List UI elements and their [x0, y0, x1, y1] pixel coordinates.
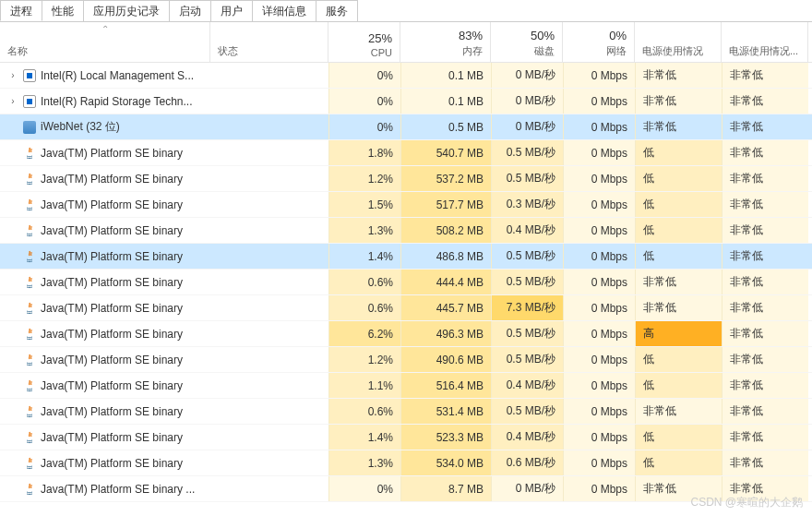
- cell-power-trend: 非常低: [722, 425, 808, 450]
- cell-disk: 0.5 MB/秒: [491, 140, 563, 165]
- process-row[interactable]: Java(TM) Platform SE binary1.4%486.8 MB0…: [0, 244, 812, 270]
- cell-cpu: 0%: [328, 89, 400, 114]
- process-name: Java(TM) Platform SE binary: [41, 198, 183, 211]
- process-row[interactable]: Java(TM) Platform SE binary0.6%531.4 MB0…: [0, 399, 812, 425]
- process-row[interactable]: iWebNet (32 位)0%0.5 MB0 MB/秒0 Mbps非常低非常低: [0, 114, 812, 140]
- cell-cpu: 1.3%: [328, 450, 400, 475]
- tab-用户[interactable]: 用户: [210, 0, 253, 21]
- process-row[interactable]: Java(TM) Platform SE binary6.2%496.3 MB0…: [0, 321, 812, 347]
- process-name: Java(TM) Platform SE binary: [41, 276, 183, 289]
- process-name: Intel(R) Rapid Storage Techn...: [41, 95, 193, 108]
- cell-memory: 516.4 MB: [400, 373, 491, 398]
- process-name: Java(TM) Platform SE binary: [41, 431, 183, 444]
- header-pwr-label: 电源使用情况: [642, 42, 713, 58]
- header-status[interactable]: 状态: [210, 22, 328, 62]
- process-name: Java(TM) Platform SE binary: [41, 405, 183, 418]
- java-icon: [22, 327, 37, 342]
- cell-status: [210, 295, 328, 320]
- process-row[interactable]: Java(TM) Platform SE binary0.6%444.4 MB0…: [0, 270, 812, 295]
- tab-服务[interactable]: 服务: [316, 0, 358, 21]
- cell-power: 低: [635, 425, 722, 450]
- cell-power: 高: [635, 321, 722, 346]
- cell-disk: 0.5 MB/秒: [491, 321, 563, 346]
- tab-应用历史记录[interactable]: 应用历史记录: [83, 0, 170, 21]
- expand-icon[interactable]: ›: [7, 70, 18, 80]
- cell-network: 0 Mbps: [563, 166, 635, 191]
- process-row[interactable]: Java(TM) Platform SE binary1.8%540.7 MB0…: [0, 140, 812, 166]
- cell-cpu: 1.8%: [328, 140, 400, 165]
- cell-disk: 0.5 MB/秒: [491, 166, 563, 191]
- cell-cpu: 1.2%: [328, 347, 400, 372]
- tab-详细信息[interactable]: 详细信息: [252, 0, 316, 21]
- header-memory[interactable]: 83% 内存: [400, 22, 491, 62]
- header-disk-pct: 50%: [498, 29, 555, 42]
- cell-status: [210, 89, 328, 114]
- cell-cpu: 1.2%: [328, 166, 400, 191]
- cell-cpu: 1.1%: [328, 373, 400, 398]
- process-row[interactable]: ›Intel(R) Rapid Storage Techn...0%0.1 MB…: [0, 89, 812, 114]
- cell-disk: 0 MB/秒: [491, 476, 563, 501]
- process-row[interactable]: Java(TM) Platform SE binary1.2%537.2 MB0…: [0, 166, 812, 192]
- tab-启动[interactable]: 启动: [169, 0, 211, 21]
- process-row[interactable]: Java(TM) Platform SE binary ...0%8.7 MB0…: [0, 476, 812, 502]
- process-row[interactable]: Java(TM) Platform SE binary1.2%490.6 MB0…: [0, 347, 812, 373]
- header-mem-pct: 83%: [408, 29, 483, 42]
- cell-network: 0 Mbps: [563, 347, 635, 372]
- cell-power-trend: 非常低: [722, 63, 808, 88]
- cell-network: 0 Mbps: [563, 244, 635, 269]
- process-row[interactable]: Java(TM) Platform SE binary1.3%508.2 MB0…: [0, 218, 812, 244]
- cell-power: 非常低: [635, 114, 722, 139]
- process-row[interactable]: Java(TM) Platform SE binary1.5%517.7 MB0…: [0, 192, 812, 218]
- header-name[interactable]: ⌃ 名称: [0, 22, 210, 62]
- cell-power-trend: 非常低: [722, 114, 808, 139]
- tab-进程[interactable]: 进程: [0, 0, 42, 21]
- cell-disk: 0.5 MB/秒: [491, 244, 563, 269]
- process-row[interactable]: Java(TM) Platform SE binary1.1%516.4 MB0…: [0, 373, 812, 399]
- process-name: Java(TM) Platform SE binary: [41, 147, 183, 160]
- process-row[interactable]: ›Intel(R) Local Management S...0%0.1 MB0…: [0, 63, 812, 89]
- cell-power-trend: 非常低: [722, 347, 808, 372]
- cell-memory: 508.2 MB: [400, 218, 491, 243]
- process-row[interactable]: Java(TM) Platform SE binary1.4%523.3 MB0…: [0, 425, 812, 450]
- java-icon: [22, 301, 37, 316]
- header-cpu[interactable]: 25% CPU: [328, 22, 400, 62]
- cell-cpu: 0.6%: [328, 270, 400, 294]
- cell-status: [210, 399, 328, 424]
- process-name: Java(TM) Platform SE binary: [41, 250, 183, 263]
- process-row[interactable]: Java(TM) Platform SE binary1.3%534.0 MB0…: [0, 450, 812, 476]
- cell-cpu: 0%: [328, 476, 400, 501]
- process-row[interactable]: Java(TM) Platform SE binary0.6%445.7 MB7…: [0, 295, 812, 321]
- cell-status: [210, 425, 328, 450]
- cell-disk: 0.3 MB/秒: [491, 192, 563, 217]
- header-disk[interactable]: 50% 磁盘: [491, 22, 563, 62]
- header-network[interactable]: 0% 网络: [563, 22, 635, 62]
- cell-memory: 540.7 MB: [400, 140, 491, 165]
- header-power-trend[interactable]: 电源使用情况...: [722, 22, 808, 62]
- process-name: Java(TM) Platform SE binary ...: [41, 483, 195, 496]
- cell-network: 0 Mbps: [563, 425, 635, 450]
- cell-network: 0 Mbps: [563, 399, 635, 424]
- cell-disk: 0.4 MB/秒: [491, 373, 563, 398]
- cell-memory: 444.4 MB: [400, 270, 491, 294]
- cell-network: 0 Mbps: [563, 295, 635, 320]
- cell-status: [210, 476, 328, 501]
- cell-power: 非常低: [635, 63, 722, 88]
- cell-memory: 496.3 MB: [400, 321, 491, 346]
- cell-network: 0 Mbps: [563, 476, 635, 501]
- tab-性能[interactable]: 性能: [42, 0, 84, 21]
- cell-status: [210, 63, 328, 88]
- cell-status: [210, 218, 328, 243]
- column-header-row: ⌃ 名称 状态 25% CPU 83% 内存 50% 磁盘 0% 网络 电源使用…: [0, 22, 812, 63]
- header-power[interactable]: 电源使用情况: [635, 22, 722, 62]
- cell-memory: 523.3 MB: [400, 425, 491, 450]
- cell-power-trend: 非常低: [722, 244, 808, 269]
- cell-power-trend: 非常低: [722, 140, 808, 165]
- cell-cpu: 0%: [328, 114, 400, 139]
- expand-icon[interactable]: ›: [7, 96, 18, 106]
- cell-power-trend: 非常低: [722, 270, 808, 294]
- cell-cpu: 0%: [328, 63, 400, 88]
- java-icon: [22, 430, 37, 445]
- cell-network: 0 Mbps: [563, 114, 635, 139]
- java-icon: [22, 353, 37, 367]
- cell-memory: 537.2 MB: [400, 166, 491, 191]
